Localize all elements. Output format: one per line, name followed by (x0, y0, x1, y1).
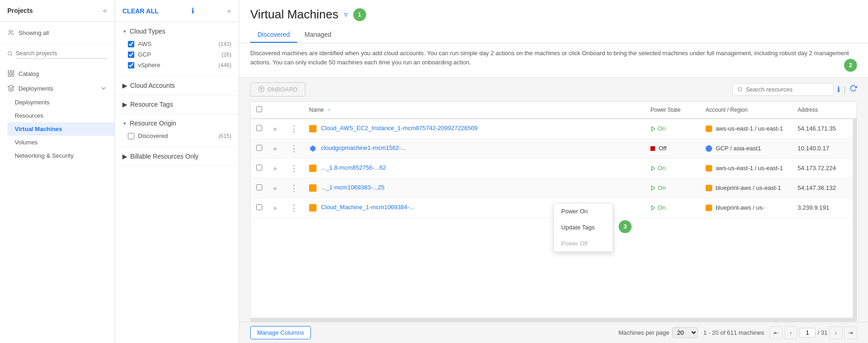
row3-expand-button[interactable]: » (273, 165, 277, 172)
row1-vm-name[interactable]: Cloud_AWS_EC2_Instance_1-mcm875742-20992… (321, 125, 478, 131)
deployments-header[interactable]: Deployments (0, 81, 115, 96)
collapse-filter-button[interactable]: « (227, 7, 231, 15)
row5-actions-button[interactable]: ⋮ (290, 203, 298, 213)
row2-account: GCP / asia-east1 (700, 138, 792, 158)
row2-actions-button[interactable]: ⋮ (290, 143, 298, 154)
row3-checkbox[interactable] (256, 165, 262, 171)
search-resources-icon (737, 86, 743, 92)
row3-aws-icon (309, 165, 316, 172)
catalog-icon (7, 70, 15, 77)
col-name-header[interactable]: Name (304, 102, 645, 119)
search-info-icon[interactable]: ℹ (837, 85, 840, 94)
nav-networking-security[interactable]: Networking & Security (7, 149, 115, 162)
row4-expand-button[interactable]: » (273, 184, 277, 192)
col-account-header[interactable]: Account / Region (700, 102, 792, 119)
next-page-button[interactable]: › (829, 326, 842, 339)
per-page-select[interactable]: 20 50 100 (672, 327, 698, 338)
row4-vm-name[interactable]: ..._1-mcm1069383-...25 (321, 184, 385, 191)
row1-aws-icon (309, 125, 316, 132)
onboard-label: ONBOARD (267, 86, 298, 93)
billable-chevron: ▶ (122, 153, 127, 160)
tab-discovered[interactable]: Discovered (250, 27, 297, 43)
row2-checkbox[interactable] (256, 145, 262, 151)
col-power-header[interactable]: Power State (645, 102, 700, 119)
row1-actions-button[interactable]: ⋮ (290, 124, 298, 134)
billable-resources-section[interactable]: ▶ Billable Resources Only (115, 147, 239, 166)
nav-virtual-machines[interactable]: Virtual Machines (7, 122, 115, 136)
projects-title: Projects (7, 7, 33, 14)
context-update-tags[interactable]: Update Tags (554, 219, 613, 235)
showing-all-label: Showing all (18, 29, 49, 36)
row4-aws-icon (309, 184, 316, 192)
search-resources-input[interactable] (746, 86, 828, 93)
gcp-gear-icon (309, 145, 316, 152)
manage-columns-button[interactable]: Manage Columns (250, 326, 311, 339)
prev-page-button[interactable]: ‹ (784, 326, 797, 339)
row3-check (251, 158, 268, 178)
gcp-label: GCP (138, 51, 218, 58)
select-all-checkbox[interactable] (256, 106, 262, 112)
chevron-down-icon (100, 85, 107, 92)
context-power-off[interactable]: Power Off (554, 235, 613, 252)
resource-tags-section[interactable]: ▶ Resource Tags (115, 95, 239, 114)
collapse-sidebar-button[interactable]: « (103, 6, 107, 15)
refresh-button[interactable] (850, 85, 857, 94)
resource-origin-header[interactable]: ▼ Resource Origin (122, 120, 231, 127)
row5-vm-name[interactable]: Cloud_Machine_1-mcm1069384-... (321, 204, 414, 211)
left-sidebar: Projects « Showing all (0, 0, 115, 343)
current-page-input[interactable] (799, 328, 816, 337)
row2-expand-button[interactable]: » (273, 145, 277, 152)
vsphere-filter-row: vSphere (446) (128, 60, 231, 70)
showing-all-item[interactable]: Showing all (7, 26, 107, 39)
search-projects-input[interactable] (16, 48, 107, 59)
row4-actions-button[interactable]: ⋮ (290, 183, 298, 193)
row3-actions-button[interactable]: ⋮ (290, 163, 298, 173)
svg-rect-3 (8, 71, 11, 73)
gcp-checkbox[interactable] (128, 51, 134, 58)
row1-name-cell: Cloud_AWS_EC2_Instance_1-mcm875742-20992… (304, 119, 645, 139)
first-page-button[interactable]: ⇤ (770, 326, 782, 339)
resource-tags-label: Resource Tags (130, 101, 173, 108)
clear-all-button[interactable]: CLEAR ALL (122, 7, 159, 15)
row1-power-state: On (650, 125, 695, 132)
row2-vm-name[interactable]: cloudgcpmachine1-mcm1562-... (321, 144, 406, 151)
row5-aws-icon (309, 204, 316, 212)
page-title: Virtual Machines (250, 7, 339, 22)
page-controls: ⇤ ‹ / 31 › ⇥ (770, 326, 857, 339)
catalog-header[interactable]: Catalog (0, 66, 115, 81)
pagination: Machines per page 20 50 100 1 - 20 of 61… (618, 326, 857, 339)
row5-expand-button[interactable]: » (273, 204, 277, 212)
catalog-nav-item[interactable]: Catalog (0, 66, 115, 81)
aws-checkbox[interactable] (128, 41, 134, 47)
row5-checkbox[interactable] (256, 204, 262, 210)
tab-managed[interactable]: Managed (297, 27, 339, 43)
total-count-label: 1 - 20 of 611 machines (703, 329, 764, 336)
onboard-button[interactable]: ONBOARD (250, 82, 305, 97)
vsphere-checkbox[interactable] (128, 62, 134, 69)
power-on-icon (650, 205, 656, 211)
row1-checkbox[interactable] (256, 125, 262, 131)
footer: Manage Columns Machines per page 20 50 1… (239, 322, 868, 343)
last-page-button[interactable]: ⇥ (844, 326, 857, 339)
nav-deployments[interactable]: Deployments (7, 96, 115, 109)
row4-checkbox[interactable] (256, 184, 262, 190)
nav-resources[interactable]: Resources (7, 109, 115, 122)
filter-info-icon[interactable]: ℹ (191, 6, 194, 15)
row4-account-icon (706, 185, 712, 191)
row1-account-icon (706, 126, 712, 132)
row5-address: 3.239.9.191 (792, 198, 857, 217)
cloud-types-header[interactable]: ▼ Cloud Types (122, 28, 231, 35)
context-power-on[interactable]: Power On (554, 203, 613, 219)
discovered-checkbox[interactable] (128, 133, 134, 139)
horizontal-scrollbar[interactable] (251, 318, 857, 321)
nav-volumes[interactable]: Volumes (7, 136, 115, 149)
svg-point-0 (9, 30, 11, 33)
row1-expand-button[interactable]: » (273, 125, 277, 132)
row3-vm-name[interactable]: ..._1.8-mcm852756-...62 (321, 164, 386, 171)
table-row: » ⋮ Cloud_AWS_EC2_Instance_1-mcm875742-2… (251, 119, 857, 139)
vertical-scrollbar[interactable] (853, 102, 857, 322)
col-address-header[interactable]: Address (792, 102, 857, 119)
col-check-header (251, 102, 268, 119)
cloud-accounts-section[interactable]: ▶ Cloud Accounts (115, 76, 239, 95)
row3-actions: ⋮ (284, 158, 304, 178)
